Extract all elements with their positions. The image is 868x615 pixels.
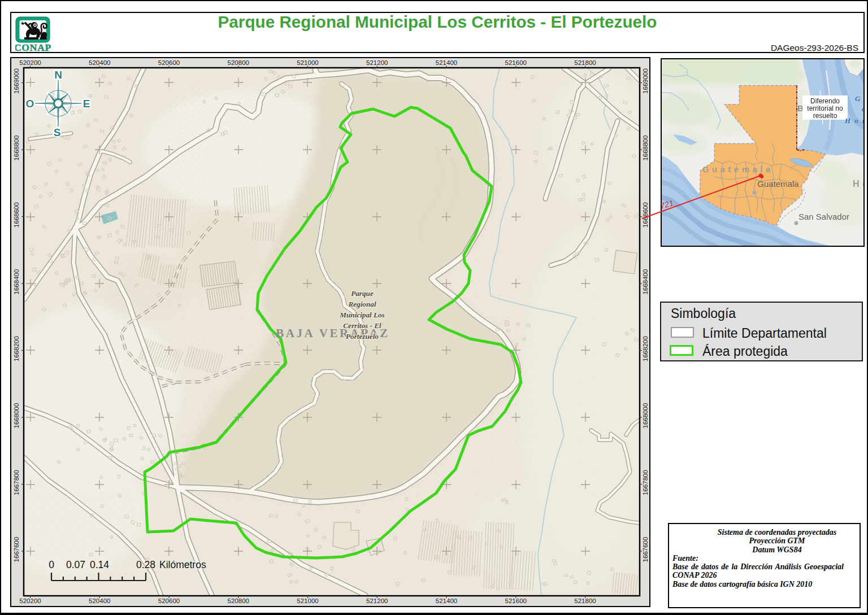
svg-text:Guatemala: Guatemala [757,179,799,189]
svg-text:d: d [862,104,865,113]
svg-text:Diferendo: Diferendo [810,97,840,105]
svg-text:CONAP: CONAP [15,42,51,53]
svg-text:Ho: Ho [853,179,865,189]
svg-text:G u: G u [855,94,865,103]
svg-text:H o n d: H o n d [844,116,865,125]
svg-text:San Salvador: San Salvador [798,212,849,221]
svg-text:Guatemala: Guatemala [702,164,774,174]
svg-text:resuelto: resuelto [813,112,837,120]
svg-text:territorial no: territorial no [807,104,843,112]
